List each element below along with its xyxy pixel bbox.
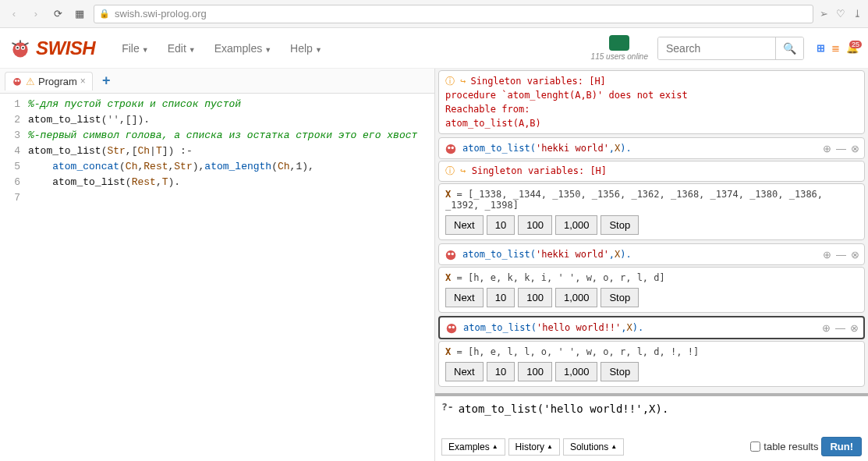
next-button[interactable]: Next bbox=[445, 215, 484, 235]
query-prompt: ?- bbox=[441, 401, 459, 413]
svg-point-16 bbox=[452, 326, 455, 328]
menu-help[interactable]: Help▼ bbox=[282, 37, 330, 59]
owl-icon bbox=[445, 321, 459, 335]
svg-point-7 bbox=[17, 80, 19, 82]
close-icon[interactable]: ⊗ bbox=[851, 249, 859, 261]
svg-point-14 bbox=[447, 324, 456, 333]
download-icon[interactable]: ⊕ bbox=[823, 249, 831, 261]
brand-text: SWISH bbox=[36, 37, 95, 59]
warning-icon: ⚠ bbox=[26, 76, 35, 87]
close-icon[interactable]: × bbox=[80, 76, 86, 87]
n10-button[interactable]: 10 bbox=[487, 215, 515, 235]
owl-icon bbox=[12, 76, 23, 87]
top-navbar: SWISH File▼Edit▼Examples▼Help▼ 115 users… bbox=[0, 28, 868, 69]
n100-button[interactable]: 100 bbox=[518, 215, 552, 235]
results-pane: ⓘ ↪Singleton variables: [H]procedure `at… bbox=[435, 69, 868, 461]
history-button[interactable]: History▲ bbox=[508, 438, 560, 456]
back-icon[interactable]: ‹ bbox=[6, 6, 22, 22]
minimize-icon[interactable]: — bbox=[836, 249, 846, 261]
result-block: X = [h, e, l, l, o, ' ', w, o, r, l, d, … bbox=[438, 341, 865, 387]
menu-file[interactable]: File▼ bbox=[114, 37, 156, 59]
close-icon[interactable]: ⊗ bbox=[850, 322, 859, 334]
stackoverflow-icon[interactable]: ≣ bbox=[831, 42, 840, 54]
users-online[interactable]: 115 users online bbox=[591, 35, 648, 61]
n10-button[interactable]: 10 bbox=[487, 288, 515, 307]
tab-program[interactable]: ⚠ Program × bbox=[5, 72, 93, 90]
solutions-button[interactable]: Solutions▲ bbox=[563, 438, 624, 456]
examples-button[interactable]: Examples▲ bbox=[441, 438, 505, 456]
code-line: 6 atom_to_list(Rest,T). bbox=[0, 175, 434, 190]
add-tab-button[interactable]: + bbox=[97, 73, 115, 89]
svg-point-13 bbox=[452, 253, 454, 255]
n1000-button[interactable]: 1,000 bbox=[555, 362, 598, 381]
owl-icon bbox=[444, 247, 458, 261]
next-button[interactable]: Next bbox=[445, 362, 484, 381]
svg-point-3 bbox=[16, 46, 18, 48]
code-line: 5 atom_concat(Ch,Rest,Str),atom_length(C… bbox=[0, 159, 434, 175]
menu-edit[interactable]: Edit▼ bbox=[160, 37, 204, 59]
menu-examples[interactable]: Examples▼ bbox=[207, 37, 279, 59]
notification-badge: 25 bbox=[849, 41, 862, 48]
svg-point-4 bbox=[22, 46, 23, 48]
code-line: 1%-для пустой строки и список пустой bbox=[0, 97, 434, 112]
minimize-icon[interactable]: — bbox=[836, 143, 846, 154]
result-block: X = [h, e, k, k, i, ' ', w, o, r, l, d]N… bbox=[438, 267, 865, 313]
download-icon[interactable]: ⊕ bbox=[822, 322, 831, 334]
bell-icon[interactable]: 🔔25 bbox=[846, 42, 859, 54]
code-line: 7 bbox=[0, 190, 434, 206]
svg-point-11 bbox=[446, 250, 455, 260]
svg-point-5 bbox=[13, 78, 21, 86]
search-button[interactable]: 🔍 bbox=[775, 37, 803, 59]
code-line: 2atom_to_list('',[]). bbox=[0, 112, 434, 128]
stop-button[interactable]: Stop bbox=[601, 288, 639, 307]
run-button[interactable]: Run! bbox=[821, 437, 862, 456]
url-text: swish.swi-prolog.org bbox=[115, 8, 207, 20]
google-icon[interactable]: ⊞ bbox=[817, 42, 825, 54]
lock-icon: 🔒 bbox=[99, 9, 110, 19]
n1000-button[interactable]: 1,000 bbox=[555, 288, 598, 307]
editor-pane: ⚠ Program × + 1%-для пустой строки и спи… bbox=[0, 69, 435, 461]
download-icon[interactable]: ⤓ bbox=[853, 8, 862, 20]
query-input-area: ?- Examples▲ History▲ Solutions▲ table r… bbox=[435, 393, 868, 461]
close-icon[interactable]: ⊗ bbox=[851, 143, 859, 154]
tab-bar: ⚠ Program × + bbox=[0, 69, 434, 94]
query-input[interactable] bbox=[459, 401, 862, 432]
svg-point-12 bbox=[448, 253, 450, 255]
owl-icon bbox=[444, 141, 458, 155]
users-online-text: 115 users online bbox=[591, 52, 648, 61]
apps-icon[interactable]: ▦ bbox=[72, 6, 87, 22]
stop-button[interactable]: Stop bbox=[601, 215, 639, 235]
error-block: ⓘ ↪Singleton variables: [H]procedure `at… bbox=[438, 70, 865, 134]
browser-address-bar: ‹ › ⟳ ▦ 🔒 swish.swi-prolog.org ➢ ♡ ⤓ bbox=[0, 0, 868, 28]
users-blob-icon bbox=[609, 35, 629, 51]
code-editor[interactable]: 1%-для пустой строки и список пустой2ato… bbox=[0, 94, 434, 461]
owl-icon bbox=[9, 37, 31, 59]
warning-row: ⓘ ↪ Singleton variables: [H] bbox=[438, 161, 865, 182]
n10-button[interactable]: 10 bbox=[487, 362, 515, 381]
result-block: X = [_1338, _1344, _1350, _1356, _1362, … bbox=[438, 183, 865, 240]
code-line: 3%-первый символ голова, а списка из ост… bbox=[0, 128, 434, 144]
minimize-icon[interactable]: — bbox=[835, 322, 845, 334]
search-input[interactable] bbox=[658, 37, 775, 59]
query-row[interactable]: atom_to_list('hekki world',X).⊕—⊗ bbox=[438, 243, 865, 265]
n100-button[interactable]: 100 bbox=[518, 288, 552, 307]
svg-point-8 bbox=[446, 144, 455, 154]
send-icon[interactable]: ➢ bbox=[820, 8, 828, 20]
n1000-button[interactable]: 1,000 bbox=[555, 215, 598, 235]
query-row[interactable]: atom_to_list('hello world!!',X).⊕—⊗ bbox=[438, 316, 865, 339]
svg-point-10 bbox=[452, 147, 454, 149]
url-bar[interactable]: 🔒 swish.swi-prolog.org bbox=[94, 5, 813, 23]
table-results-checkbox[interactable]: table results bbox=[750, 441, 818, 452]
heart-icon[interactable]: ♡ bbox=[836, 8, 845, 20]
reload-icon[interactable]: ⟳ bbox=[50, 6, 66, 22]
n100-button[interactable]: 100 bbox=[518, 362, 552, 381]
svg-point-15 bbox=[448, 326, 451, 328]
stop-button[interactable]: Stop bbox=[601, 362, 639, 381]
next-button[interactable]: Next bbox=[445, 288, 484, 307]
query-row[interactable]: atom_to_list('hekki world',X).⊕—⊗ bbox=[438, 137, 865, 159]
forward-icon[interactable]: › bbox=[28, 6, 44, 22]
svg-point-9 bbox=[448, 147, 450, 149]
logo[interactable]: SWISH bbox=[9, 37, 95, 59]
download-icon[interactable]: ⊕ bbox=[823, 143, 831, 154]
svg-point-6 bbox=[15, 80, 17, 82]
